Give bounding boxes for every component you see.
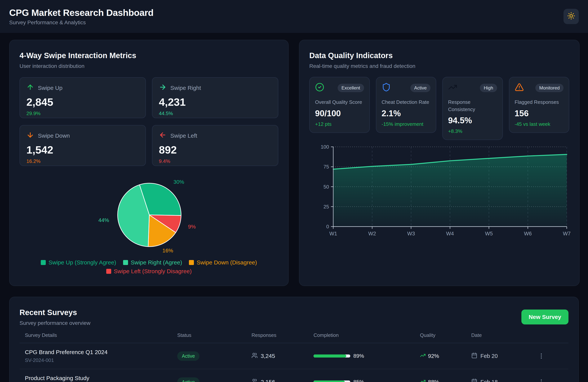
quality-card-flagged-responses: MonitoredFlagged Responses156-45 vs last… — [509, 77, 569, 133]
completion-progress-bar — [314, 381, 350, 382]
swipe-card-label: Swipe Right — [170, 85, 201, 91]
svg-text:W7: W7 — [563, 231, 571, 236]
surveys-title-block: Recent Surveys Survey performance overvi… — [20, 307, 90, 327]
page-title: CPG Market Research Dashboard — [9, 7, 153, 18]
legend-label: Swipe Up (Strongly Agree) — [48, 259, 116, 266]
row-actions-button[interactable] — [533, 379, 550, 382]
legend-item[interactable]: Swipe Right (Agree) — [123, 259, 182, 266]
quality-card-label: Flagged Responses — [515, 99, 564, 106]
svg-text:W5: W5 — [485, 231, 493, 236]
main-content: 4-Way Swipe Interaction Metrics User int… — [0, 33, 588, 382]
swipe-card-value: 4,231 — [159, 97, 272, 107]
swipe-panel-subtitle: User interaction distribution — [20, 62, 278, 70]
svg-text:W3: W3 — [407, 231, 415, 236]
swipe-cards-grid: Swipe Up2,84529.9%Swipe Right4,23144.5%S… — [20, 77, 278, 166]
swipe-card-label: Swipe Up — [38, 85, 63, 91]
swipe-card-swipe-left: Swipe Left8929.4% — [152, 125, 278, 166]
swipe-card-value: 892 — [159, 145, 272, 155]
quality-card-badge: Active — [410, 84, 430, 92]
status-badge: Active — [177, 351, 199, 361]
row-actions-button[interactable] — [533, 353, 550, 360]
svg-text:W1: W1 — [329, 231, 337, 236]
page-subtitle: Survey Performance & Analytics — [9, 19, 153, 26]
calendar-icon — [471, 378, 477, 382]
pie-slice-label: 16% — [163, 248, 173, 253]
column-header: Quality — [420, 332, 471, 338]
quality-trend-area-chart: 0255075100W1W2W3W4W5W6W7 — [309, 143, 569, 240]
pie-slice-label: 44% — [98, 217, 109, 223]
legend-item[interactable]: Swipe Up (Strongly Agree) — [41, 259, 116, 266]
quality-card-label: Overall Quality Score — [315, 99, 364, 106]
survey-details-cell: Product Packaging StudySV-2024-002 — [25, 375, 177, 382]
survey-status-cell: Active — [177, 351, 252, 361]
calendar-icon — [471, 352, 477, 360]
svg-text:W4: W4 — [446, 231, 454, 236]
survey-responses-cell: 2,156 — [252, 378, 314, 382]
header-title-block: CPG Market Research Dashboard Survey Per… — [9, 7, 153, 26]
quality-panel-subtitle: Real-time quality metrics and fraud dete… — [309, 62, 569, 70]
quality-card-label: Response Consistency — [448, 99, 497, 113]
survey-date-cell: Feb 20 — [471, 352, 533, 360]
survey-responses-cell: 3,245 — [252, 352, 314, 360]
trending-up-icon — [420, 353, 426, 360]
swipe-card-percent: 9.4% — [159, 158, 272, 164]
arrow-down-icon — [26, 131, 34, 140]
quality-card-badge: Excellent — [338, 84, 364, 92]
swipe-distribution-pie-chart: 30%9%16%44% — [20, 177, 279, 258]
legend-label: Swipe Right (Agree) — [131, 259, 182, 266]
surveys-table-header: Survey DetailsStatusResponsesCompletionQ… — [20, 332, 568, 343]
arrow-up-icon — [26, 83, 34, 93]
swipe-metrics-panel: 4-Way Swipe Interaction Metrics User int… — [9, 40, 289, 286]
swipe-card-percent: 16.2% — [26, 158, 139, 164]
legend-item[interactable]: Swipe Left (Strongly Disagree) — [106, 268, 192, 275]
swipe-card-percent: 44.5% — [159, 111, 272, 116]
quality-card-value: 94.5% — [448, 116, 497, 125]
quality-panel-title: Data Quality Indicators — [309, 50, 569, 61]
quality-card-overall-quality-score: ExcellentOverall Quality Score90/100+12 … — [309, 77, 370, 133]
survey-date-cell: Feb 18 — [471, 378, 533, 382]
svg-text:W2: W2 — [368, 231, 376, 236]
data-quality-panel: Data Quality Indicators Real-time qualit… — [299, 40, 580, 286]
pie-slice-label: 30% — [173, 179, 184, 185]
swipe-card-value: 2,845 — [26, 97, 139, 107]
quality-card-delta: -45 vs last week — [515, 121, 564, 127]
recent-surveys-panel: Recent Surveys Survey performance overvi… — [9, 297, 579, 382]
survey-row[interactable]: Product Packaging StudySV-2024-002Active… — [20, 369, 568, 382]
legend-item[interactable]: Swipe Down (Disagree) — [189, 259, 257, 266]
theme-toggle-button[interactable] — [564, 9, 579, 24]
legend-label: Swipe Down (Disagree) — [197, 259, 257, 266]
quality-cards-row: ExcellentOverall Quality Score90/100+12 … — [309, 77, 569, 140]
quality-card-label: Cheat Detection Rate — [382, 99, 431, 106]
column-header: Survey Details — [25, 332, 177, 338]
swipe-card-percent: 29.9% — [26, 111, 139, 116]
column-header: Status — [177, 332, 252, 338]
app-header: CPG Market Research Dashboard Survey Per… — [0, 0, 588, 33]
arrow-left-icon — [159, 131, 167, 140]
surveys-table-body: CPG Brand Preference Q1 2024SV-2024-001A… — [20, 343, 568, 382]
survey-status-cell: Active — [177, 377, 252, 382]
swipe-panel-title: 4-Way Swipe Interaction Metrics — [20, 50, 278, 61]
survey-completion-cell: 89% — [314, 353, 420, 359]
swipe-card-swipe-up: Swipe Up2,84529.9% — [20, 77, 146, 118]
trending-up-icon — [448, 83, 457, 93]
swipe-card-swipe-down: Swipe Down1,54216.2% — [20, 125, 146, 166]
alert-triangle-icon — [515, 83, 524, 93]
quality-card-delta: +12 pts — [315, 121, 364, 127]
legend-swatch — [189, 260, 194, 265]
swipe-card-value: 1,542 — [26, 145, 139, 155]
trending-up-icon — [420, 379, 426, 382]
svg-text:0: 0 — [326, 224, 329, 229]
legend-swatch — [41, 260, 46, 265]
completion-progress-bar — [314, 354, 350, 358]
survey-name: CPG Brand Preference Q1 2024 — [25, 349, 177, 355]
legend-swatch — [106, 269, 111, 274]
new-survey-button[interactable]: New Survey — [521, 309, 568, 325]
swipe-card-label: Swipe Down — [38, 133, 70, 139]
survey-row[interactable]: CPG Brand Preference Q1 2024SV-2024-001A… — [20, 343, 568, 369]
surveys-subtitle: Survey performance overview — [20, 319, 90, 327]
survey-quality-cell: 88% — [420, 379, 471, 382]
surveys-table: Survey DetailsStatusResponsesCompletionQ… — [20, 332, 568, 382]
surveys-title: Recent Surveys — [20, 307, 90, 318]
check-circle-icon — [315, 83, 324, 93]
column-header: Completion — [314, 332, 420, 338]
